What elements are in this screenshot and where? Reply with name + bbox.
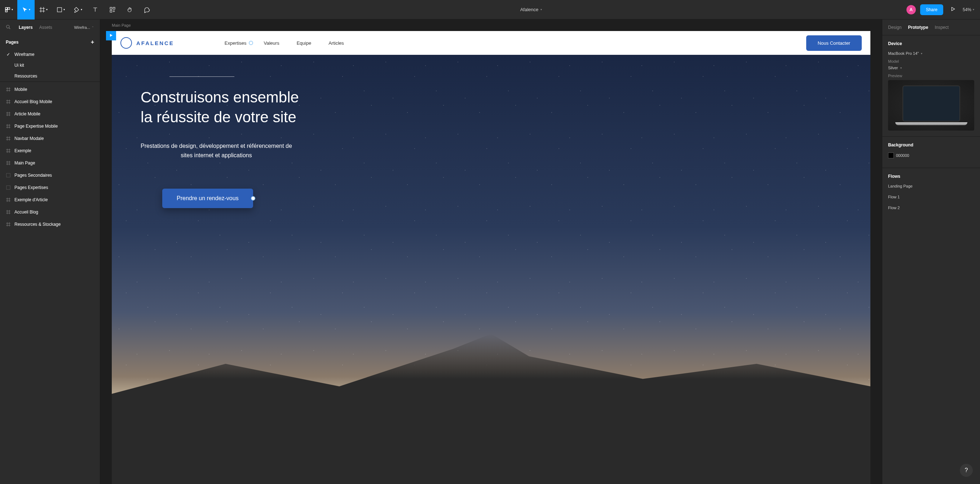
svg-rect-4 xyxy=(110,7,112,9)
layer-item[interactable]: Main Page xyxy=(0,157,100,169)
device-section-title: Device xyxy=(888,41,974,46)
pen-tool[interactable]: ▾ xyxy=(69,0,86,19)
figma-menu-button[interactable]: ▾ xyxy=(0,0,17,19)
device-selector[interactable]: MacBook Pro 14" ▾ xyxy=(888,51,974,56)
text-tool[interactable] xyxy=(86,0,104,19)
prototype-connection-dot xyxy=(249,41,253,45)
model-selector[interactable]: Silver ▾ xyxy=(888,66,974,70)
layer-item[interactable]: Accueil Blog xyxy=(0,206,100,218)
logo-text: AFALENCE xyxy=(136,40,174,46)
hero-title-line1: Construisons ensemble xyxy=(141,88,842,107)
flow-item[interactable]: Landing Page xyxy=(888,184,974,188)
design-tab[interactable]: Design xyxy=(888,25,901,30)
layer-item[interactable]: Ressources & Stockage xyxy=(0,218,100,231)
chevron-down-icon[interactable]: ▾ xyxy=(541,8,542,11)
nav-link: Articles xyxy=(328,40,344,46)
page-selector-label: Wirefra... xyxy=(74,25,90,30)
prototype-connection-dot xyxy=(251,196,255,201)
zoom-control[interactable]: 54% ▾ xyxy=(963,7,974,12)
background-section-title: Background xyxy=(888,142,974,148)
page-item[interactable]: Wireframe xyxy=(0,49,100,60)
preview-label: Preview xyxy=(888,73,974,78)
svg-point-8 xyxy=(6,25,10,28)
contact-button: Nous Contacter xyxy=(806,35,862,51)
device-preview xyxy=(888,80,974,131)
top-toolbar: ▾ ▾ ▾ ▾ ▾ xyxy=(0,0,980,19)
right-sidebar: Design Prototype Inspect Device MacBook … xyxy=(882,19,980,484)
share-button[interactable]: Share xyxy=(920,4,943,15)
color-swatch xyxy=(888,153,894,158)
layer-item[interactable]: Pages Secondaires xyxy=(0,169,100,182)
hand-tool[interactable] xyxy=(121,0,138,19)
layer-item[interactable]: Exemple d'Article xyxy=(0,194,100,206)
layer-item[interactable]: Pages Expertises xyxy=(0,182,100,194)
layer-item[interactable]: Article Mobile xyxy=(0,108,100,120)
flow-item[interactable]: Flow 2 xyxy=(888,205,974,210)
pages-header-label: Pages xyxy=(6,40,18,45)
page-item[interactable]: Ui kit xyxy=(0,60,100,71)
hero-cta-label: Prendre un rendez-vous xyxy=(177,195,239,201)
svg-marker-7 xyxy=(951,7,955,10)
chevron-down-icon: ▾ xyxy=(81,8,82,11)
present-button[interactable] xyxy=(948,5,958,14)
resources-tool[interactable] xyxy=(104,0,121,19)
search-icon[interactable] xyxy=(6,24,11,31)
logo: AFALENCE xyxy=(121,37,174,49)
svg-rect-9 xyxy=(6,174,10,177)
layer-item[interactable]: Mobile xyxy=(0,83,100,96)
background-color-control[interactable]: 000000 xyxy=(888,153,974,158)
page-selector-dropdown[interactable]: Wirefra... ⌃ xyxy=(74,25,94,30)
left-sidebar: Layers Assets Wirefra... ⌃ Pages + Wiref… xyxy=(0,19,100,484)
layer-item[interactable]: Navbar Modale xyxy=(0,132,100,145)
chevron-down-icon: ▾ xyxy=(973,8,974,11)
user-avatar[interactable]: A xyxy=(907,5,916,14)
frame-tool[interactable]: ▾ xyxy=(35,0,52,19)
help-button[interactable]: ? xyxy=(960,464,973,477)
layers-tab[interactable]: Layers xyxy=(19,25,33,30)
add-page-button[interactable]: + xyxy=(91,39,94,45)
prototype-tab[interactable]: Prototype xyxy=(908,25,928,30)
chevron-down-icon: ▾ xyxy=(64,8,65,11)
layer-item[interactable]: Exemple xyxy=(0,145,100,157)
chevron-down-icon: ▾ xyxy=(921,52,922,55)
svg-marker-11 xyxy=(110,34,113,37)
chevron-down-icon: ▾ xyxy=(900,66,902,70)
svg-rect-6 xyxy=(110,10,112,12)
layer-item[interactable]: Accueil Blog Mobile xyxy=(0,96,100,108)
shape-tool[interactable]: ▾ xyxy=(52,0,69,19)
canvas[interactable]: Main Page AFALENCE ExpertisesValeursEqui… xyxy=(100,19,882,484)
laptop-base-icon xyxy=(895,122,967,125)
logo-mark-icon xyxy=(121,37,132,49)
flow-item[interactable]: Flow 1 xyxy=(888,195,974,199)
layer-item[interactable]: Page Expertise Mobile xyxy=(0,120,100,132)
device-name: MacBook Pro 14" xyxy=(888,51,919,56)
chevron-down-icon: ▾ xyxy=(11,8,13,11)
hero-section: Construisons ensemble la réussite de vot… xyxy=(112,55,870,484)
page-item[interactable]: Ressources xyxy=(0,71,100,81)
laptop-screen-icon xyxy=(902,86,960,121)
assets-tab[interactable]: Assets xyxy=(39,25,52,30)
file-title[interactable]: Afalence xyxy=(520,7,539,12)
svg-rect-10 xyxy=(6,186,10,190)
move-tool[interactable]: ▾ xyxy=(17,0,35,19)
flows-section-title: Flows xyxy=(888,174,974,179)
svg-rect-0 xyxy=(5,8,7,10)
flow-start-indicator[interactable] xyxy=(106,31,116,40)
background-hex-value: 000000 xyxy=(896,153,909,158)
hero-subtitle: Prestations de design, développement et … xyxy=(141,142,292,160)
svg-rect-3 xyxy=(57,8,62,12)
svg-rect-1 xyxy=(8,8,10,10)
svg-rect-2 xyxy=(5,10,7,11)
hero-title-line2: la réussite de votre site xyxy=(141,107,842,127)
comment-tool[interactable] xyxy=(138,0,156,19)
design-frame[interactable]: AFALENCE ExpertisesValeursEquipeArticles… xyxy=(112,31,870,484)
inspect-tab[interactable]: Inspect xyxy=(935,25,949,30)
nav-link: Valeurs xyxy=(264,40,280,46)
frame-label[interactable]: Main Page xyxy=(112,23,131,27)
model-label: Model xyxy=(888,59,974,64)
svg-rect-5 xyxy=(113,7,115,9)
chevron-down-icon: ⌃ xyxy=(92,26,94,29)
chevron-down-icon: ▾ xyxy=(46,8,48,11)
chevron-down-icon: ▾ xyxy=(29,8,30,11)
decorative-line xyxy=(169,76,234,77)
